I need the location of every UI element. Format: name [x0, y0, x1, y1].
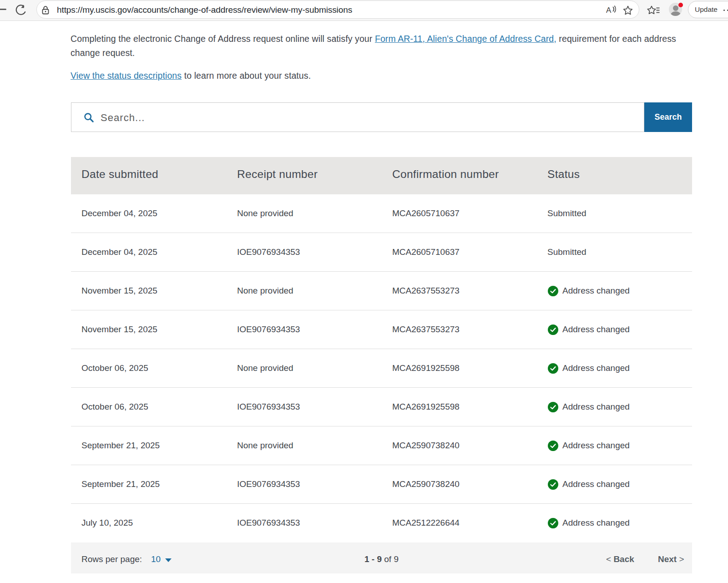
svg-text:A: A [606, 6, 612, 15]
